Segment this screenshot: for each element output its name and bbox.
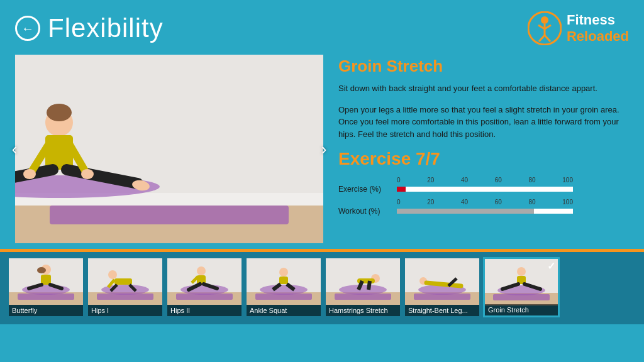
- exercise-progress-fill: [397, 187, 406, 192]
- next-button[interactable]: ›: [312, 137, 336, 161]
- thumbnail-label-5: Straight-Bent Leg...: [405, 305, 479, 316]
- thumbnail-item-2[interactable]: Hips II: [166, 257, 243, 317]
- exercise-figure: [15, 80, 169, 206]
- prev-button[interactable]: ‹: [3, 137, 26, 161]
- svg-rect-27: [114, 278, 132, 285]
- exercise-progress-track[interactable]: [397, 187, 573, 192]
- logo-line2: Reloaded: [567, 28, 629, 45]
- svg-point-32: [197, 266, 206, 275]
- thumbnail-item-5[interactable]: Straight-Bent Leg...: [404, 257, 480, 317]
- workout-label: Workout (%): [338, 207, 629, 216]
- svg-point-1: [541, 16, 548, 24]
- exercise-counter: Exercise 7/7: [338, 149, 629, 169]
- logo-text: Fitness Reloaded: [567, 12, 629, 45]
- thumbnail-image-5: [405, 258, 479, 305]
- exercise-scale: 0 20 40 60 80 100: [397, 177, 573, 184]
- exercise-title: Groin Stretch: [338, 57, 629, 76]
- svg-point-17: [23, 169, 36, 179]
- svg-point-9: [47, 104, 72, 121]
- workout-progress-track[interactable]: [397, 209, 573, 214]
- svg-line-46: [369, 281, 370, 290]
- thumb-figure-1: [97, 261, 153, 297]
- thumbnail-label-3: Ankle Squat: [247, 305, 321, 316]
- header-left: ← Flexibility: [15, 13, 164, 43]
- svg-line-5: [539, 35, 545, 41]
- workout-progress-fill: [397, 209, 534, 214]
- thumbnail-image-0: [9, 258, 83, 305]
- thumb-figure-5: [414, 261, 470, 297]
- thumbnail-item-0[interactable]: Butterfly: [8, 257, 84, 317]
- svg-rect-39: [279, 277, 288, 284]
- thumbnail-label-6: Groin Stretch: [485, 304, 558, 315]
- logo-line1: Fitness: [567, 12, 629, 28]
- thumbnail-item-4[interactable]: Hamstrings Stretch: [325, 257, 401, 317]
- thumbnail-label-0: Butterfly: [9, 305, 83, 316]
- main-content: ‹: [0, 52, 644, 246]
- svg-point-52: [517, 267, 526, 276]
- thumb-figure-4: [335, 261, 391, 297]
- thumbnail-item-1[interactable]: Hips I: [87, 257, 164, 317]
- svg-line-6: [545, 35, 550, 41]
- back-button[interactable]: ←: [15, 16, 40, 41]
- logo-icon: [528, 11, 562, 45]
- exercise-desc2: Open your legs a little more so that you…: [338, 104, 629, 141]
- back-icon: ←: [21, 21, 34, 36]
- logo: Fitness Reloaded: [528, 11, 629, 45]
- svg-line-49: [426, 283, 461, 286]
- thumbnail-label-1: Hips I: [88, 305, 162, 316]
- thumb-figure-3: [255, 261, 312, 297]
- thumbnail-image-3: [247, 258, 321, 305]
- thumbnail-item-3[interactable]: Ankle Squat: [245, 257, 322, 317]
- exercise-progress-section: 0 20 40 60 80 100 Exercise (%): [338, 177, 629, 194]
- thumb-figure-2: [176, 261, 233, 297]
- info-panel: Groin Stretch Sit down with back straigh…: [338, 52, 629, 246]
- thumbnail-image-1: [88, 258, 162, 305]
- svg-point-38: [279, 268, 288, 277]
- thumbnail-checkmark-6: ✓: [547, 260, 555, 272]
- thumbnail-image-2: [167, 258, 242, 305]
- thumbnails-bar: Butterfly Hips I Hips II Ankle Squat Ham…: [0, 252, 644, 324]
- mat: [50, 206, 289, 224]
- exercise-label: Exercise (%): [338, 185, 629, 194]
- header: ← Flexibility Fitness Reloaded: [0, 0, 644, 52]
- thumbnail-image-4: [326, 258, 400, 305]
- thumbnail-item-6[interactable]: Groin Stretch✓: [483, 257, 560, 317]
- thumbnail-label-2: Hips II: [167, 305, 242, 316]
- video-frame: [15, 55, 323, 243]
- thumb-figure-6: [493, 261, 550, 298]
- workout-progress-section: 0 20 40 60 80 100 Workout (%): [338, 199, 629, 216]
- page-title: Flexibility: [48, 13, 164, 43]
- workout-scale: 0 20 40 60 80 100: [397, 199, 573, 206]
- svg-point-37: [260, 285, 308, 295]
- svg-point-26: [108, 270, 117, 279]
- svg-point-18: [81, 169, 94, 179]
- svg-point-21: [37, 267, 46, 273]
- thumbnail-label-4: Hamstrings Stretch: [326, 305, 400, 316]
- thumb-figure-0: [18, 261, 74, 297]
- svg-point-42: [339, 285, 387, 295]
- exercise-desc1: Sit down with back straight and your fee…: [338, 82, 629, 95]
- video-container: ‹: [15, 52, 323, 246]
